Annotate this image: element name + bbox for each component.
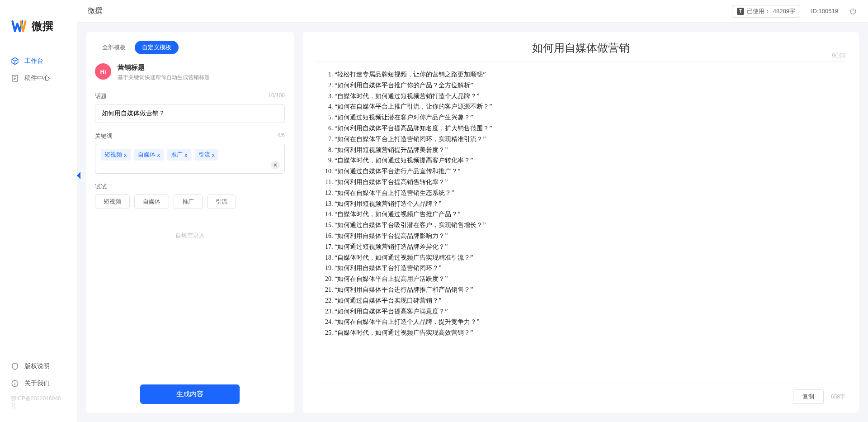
keyword-tag[interactable]: 短视频 x [101,149,131,161]
template-desc: 基于关键词快速帮你自动生成营销标题 [118,74,210,81]
output-list-item: “自媒体时代，如何通过短视频营销打造个人品牌？” [335,91,845,102]
sidebar-collapse-handle[interactable] [77,172,80,179]
keyword-tag[interactable]: 引流 x [195,149,219,161]
remove-tag-icon[interactable]: x [184,152,188,158]
tab-all-templates[interactable]: 全部模板 [95,41,133,54]
output-list-item: “如何通过自媒体平台吸引潜在客户，实现销售增长？” [335,220,845,231]
input-panel: 全部模板 自定义模板 Hi 营销标题 基于关键词快速帮你自动生成营销标题 话题 … [86,32,294,413]
nav-label: 稿件中心 [24,74,50,82]
output-list-item: “如何利用短视频营销打造个人品牌？” [335,199,845,209]
brand-logo: 微撰 [0,9,77,48]
primary-nav: 工作台 稿件中心 [0,48,77,358]
template-header: Hi 营销标题 基于关键词快速帮你自动生成营销标题 [95,63,285,81]
usage-value: 48289字 [773,7,795,15]
try-option-button[interactable]: 推广 [174,194,203,209]
keywords-box[interactable]: 短视频 x自媒体 x推广 x引流 x ✕ [95,144,285,174]
remove-tag-icon[interactable]: x [124,152,127,158]
template-title: 营销标题 [118,63,210,72]
keywords-label: 关键词 [95,132,113,140]
output-list-item: “自媒体时代，如何通过视频广告推广产品？” [335,209,845,220]
icp-footer: 鄂ICP备2022016946号 [0,392,77,413]
copy-button[interactable]: 复制 [793,389,824,404]
output-list-item: “如何通过短视频营销打造品牌差异化？” [335,242,845,252]
try-option-button[interactable]: 引流 [207,194,236,209]
power-icon[interactable] [849,7,857,15]
output-list-item: “如何在自媒体平台上打造营销闭环，实现精准引流？” [335,134,845,145]
page-title: 微撰 [88,6,102,16]
topic-label: 话题 [95,92,107,100]
output-title-count: 9/100 [832,52,845,59]
output-panel: 如何用自媒体做营销 9/100 “轻松打造专属品牌短视频，让你的营销之路更加顺畅… [303,32,859,413]
nav-bottom: 版权说明 关于我们 鄂ICP备2022016946号 [0,358,77,422]
output-list-item: “自媒体时代，如何通过视频广告实现高效营销？” [335,327,845,338]
output-list-item: “如何在自媒体平台上打造个人品牌，提升竞争力？” [335,317,845,327]
topic-input[interactable] [95,104,285,123]
text-icon: T [737,8,744,15]
output-title: 如何用自媒体做营销 [316,41,845,55]
output-list-item: “如何利用自媒体平台提高品牌知名度，扩大销售范围？” [335,123,845,134]
topic-count: 10/100 [268,92,285,100]
output-list-item: “如何在自媒体平台上推广引流，让你的客户源源不断？” [335,101,845,112]
tab-custom-templates[interactable]: 自定义模板 [135,41,179,54]
nav-copyright[interactable]: 版权说明 [0,358,77,375]
output-list-item: “如何通过自媒体平台实现口碑营销？” [335,295,845,306]
clear-keywords-button[interactable]: ✕ [271,161,280,170]
output-list-item: “如何利用自媒体平台推广你的产品？全方位解析” [335,80,845,91]
output-list-item: “如何利用短视频营销提升品牌美誉度？” [335,145,845,156]
brand-name: 微撰 [32,19,53,33]
remove-tag-icon[interactable]: x [212,152,215,158]
nav-workspace[interactable]: 工作台 [0,52,77,70]
try-option-button[interactable]: 自媒体 [134,194,169,209]
output-list-item: “如何在自媒体平台上提高用户活跃度？” [335,274,845,284]
output-list-item: “如何通过自媒体平台进行产品宣传和推广？” [335,166,845,177]
output-list-item: “如何利用自媒体平台打造营销闭环？” [335,263,845,274]
output-list-item: “自媒体时代，如何通过短视频提高客户转化率？” [335,155,845,166]
output-body: “轻松打造专属品牌短视频，让你的营销之路更加顺畅”“如何利用自媒体平台推广你的产… [316,69,845,377]
topbar: 微撰 T 已使用： 48289字 ID:100519 [77,0,868,23]
info-icon [11,379,19,388]
output-list-item: “如何利用自媒体平台提高客户满意度？” [335,306,845,317]
template-tabs: 全部模板 自定义模板 [95,41,285,54]
generate-button[interactable]: 生成内容 [140,384,240,404]
keywords-count: 4/6 [277,132,285,140]
try-option-button[interactable]: 短视频 [95,194,130,209]
user-id: ID:100519 [811,8,838,14]
keyword-tag[interactable]: 推广 x [167,149,191,161]
template-icon: Hi [95,63,111,80]
output-list-item: “如何利用自媒体平台提高销售转化率？” [335,177,845,188]
logo-icon [11,18,27,34]
output-list-item: “如何利用自媒体平台提高品牌影响力？” [335,231,845,242]
usage-badge: T 已使用： 48289字 [732,5,800,18]
nav-label: 关于我们 [24,379,50,388]
cube-icon [11,57,19,65]
sidebar: 微撰 工作台 稿件中心 版权说明 [0,0,77,422]
nav-label: 版权说明 [24,362,50,370]
nav-label: 工作台 [24,57,43,65]
nav-about[interactable]: 关于我们 [0,375,77,392]
usage-label: 已使用： [747,7,770,15]
output-list-item: “自媒体时代，如何通过视频广告实现精准引流？” [335,252,845,263]
doc-icon [11,74,19,82]
remove-tag-icon[interactable]: x [157,152,160,158]
fill-hint[interactable]: 自填空录入 [95,218,285,253]
shield-icon [11,362,19,370]
keyword-tag[interactable]: 自媒体 x [134,149,164,161]
nav-drafts[interactable]: 稿件中心 [0,70,77,87]
keywords-section: 关键词 4/6 短视频 x自媒体 x推广 x引流 x ✕ [95,132,285,174]
try-label: 试试 [95,183,107,191]
output-char-count: 658字 [831,393,845,401]
output-list-item: “如何利用自媒体平台进行品牌推广和产品销售？” [335,284,845,295]
topic-section: 话题 10/100 [95,92,285,123]
try-section: 试试 短视频自媒体推广引流 [95,183,285,209]
output-list-item: “如何通过短视频让潜在客户对你产品产生兴趣？” [335,112,845,123]
output-list-item: “轻松打造专属品牌短视频，让你的营销之路更加顺畅” [335,69,845,80]
output-list-item: “如何在自媒体平台上打造营销生态系统？” [335,188,845,199]
